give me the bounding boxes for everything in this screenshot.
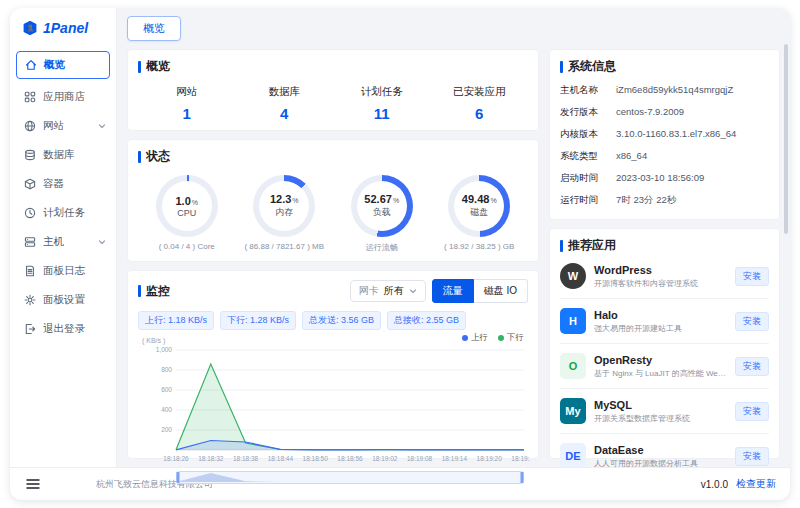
traffic-chart: 2004006008001,000( KB/s )18:18:2618:18:3…	[138, 334, 528, 468]
title-accent-bar	[138, 61, 141, 73]
version-label: v1.0.0	[701, 479, 728, 490]
logout-icon	[24, 323, 36, 335]
svg-text:18:18:38: 18:18:38	[233, 455, 259, 462]
wordpress-icon: W	[560, 263, 586, 289]
title-accent-bar	[138, 151, 141, 163]
load-donut: 52.67% 负载	[351, 175, 413, 237]
stat-websites[interactable]: 网站 1	[138, 85, 236, 122]
traffic-button[interactable]: 流量	[432, 279, 474, 303]
total-sent-badge: 总发送: 3.56 GB	[302, 311, 381, 330]
1panel-logo-icon: 1	[22, 20, 38, 36]
sidebar-item-host[interactable]: 主机	[10, 227, 116, 256]
sidebar-item-label: 计划任务	[43, 206, 85, 220]
status-title: 状态	[146, 148, 170, 165]
sysinfo-uptime: 运行时间7时 23分 22秒	[560, 189, 769, 211]
container-cube-icon	[24, 178, 36, 190]
install-openresty-button[interactable]: 安装	[735, 357, 769, 376]
cpu-donut: 1.0% CPU	[156, 175, 218, 237]
legend-up[interactable]: 上行	[462, 332, 488, 344]
traffic-chart-zone: 上行 下行 2004006008001,000( KB/s )18:18:261…	[138, 334, 528, 450]
sidebar-item-panel-logs[interactable]: 面板日志	[10, 256, 116, 285]
app-panel: 1 1Panel 概览 应用商店 网站	[10, 8, 790, 500]
sidebar-item-label: 数据库	[43, 148, 75, 162]
install-mysql-button[interactable]: 安装	[735, 402, 769, 421]
svg-text:18:18:50: 18:18:50	[303, 455, 329, 462]
collapse-sidebar-button[interactable]	[26, 478, 40, 490]
install-dataease-button[interactable]: 安装	[735, 447, 769, 466]
install-wordpress-button[interactable]: 安装	[735, 267, 769, 286]
sidebar-item-website[interactable]: 网站	[10, 111, 116, 140]
document-icon	[24, 265, 36, 277]
sidebar-item-logout[interactable]: 退出登录	[10, 314, 116, 343]
monitor-title: 监控	[146, 283, 170, 300]
sidebar-item-label: 面板日志	[43, 264, 85, 278]
svg-text:18:18:26: 18:18:26	[163, 455, 189, 462]
svg-text:600: 600	[161, 386, 172, 393]
main-content: 概览 概览 网站 1 数据库 4	[117, 8, 790, 467]
overview-stats: 网站 1 数据库 4 计划任务 11	[138, 85, 528, 122]
status-card: 状态 1.0% CPU ( 0.04 / 4 ) Core	[127, 139, 539, 262]
sysinfo-distro: 发行版本centos-7.9.2009	[560, 101, 769, 123]
gear-icon	[24, 294, 36, 306]
appstore-grid-icon	[24, 91, 36, 103]
svg-text:18:19:08: 18:19:08	[407, 455, 433, 462]
svg-text:200: 200	[161, 426, 172, 433]
svg-text:800: 800	[161, 366, 172, 373]
chevron-down-icon	[98, 238, 106, 246]
svg-text:18:19:26: 18:19:26	[511, 455, 530, 462]
stat-installed-apps[interactable]: 已安装应用 6	[431, 85, 529, 122]
chart-zoom-slider[interactable]	[176, 470, 528, 488]
check-update-link[interactable]: 检查更新	[736, 477, 776, 491]
sidebar-item-label: 主机	[43, 235, 64, 249]
home-icon	[25, 59, 37, 71]
sidebar-item-label: 网站	[43, 119, 64, 133]
system-info-title: 系统信息	[568, 58, 616, 75]
sidebar-item-database[interactable]: 数据库	[10, 140, 116, 169]
database-icon	[24, 149, 36, 161]
sidebar: 1 1Panel 概览 应用商店 网站	[10, 8, 117, 467]
stat-cronjobs[interactable]: 计划任务 11	[333, 85, 431, 122]
sidebar-item-panel-settings[interactable]: 面板设置	[10, 285, 116, 314]
sidebar-item-label: 概览	[44, 58, 65, 72]
legend-down[interactable]: 下行	[498, 332, 524, 344]
sidebar-item-label: 应用商店	[43, 90, 85, 104]
install-halo-button[interactable]: 安装	[735, 312, 769, 331]
title-accent-bar	[138, 285, 141, 297]
stat-databases[interactable]: 数据库 4	[236, 85, 334, 122]
cpu-gauge: 1.0% CPU ( 0.04 / 4 ) Core	[138, 175, 236, 253]
disk-io-button[interactable]: 磁盘 IO	[474, 279, 528, 303]
disk-gauge: 49.48% 磁盘 ( 18.92 / 38.25 ) GB	[431, 175, 529, 253]
system-info-card: 系统信息 主机名称iZm6e8d59ykk51q4smrgqjZ 发行版本cen…	[549, 49, 780, 220]
recommended-apps-card: 推荐应用 W WordPress开源博客软件和内容管理系统 安装 H Halo强…	[549, 228, 780, 459]
sidebar-item-container[interactable]: 容器	[10, 169, 116, 198]
clock-icon	[24, 207, 36, 219]
sidebar-item-label: 面板设置	[43, 293, 85, 307]
sysinfo-kernel: 内核版本3.10.0-1160.83.1.el7.x86_64	[560, 123, 769, 145]
recommended-apps-list: W WordPress开源博客软件和内容管理系统 安装 H Halo强大易用的开…	[560, 254, 769, 478]
svg-text:18:18:56: 18:18:56	[337, 455, 363, 462]
nic-select[interactable]: 网卡 所有	[350, 280, 426, 302]
vertical-scrollbar[interactable]	[784, 44, 788, 234]
sidebar-item-cronjob[interactable]: 计划任务	[10, 198, 116, 227]
tab-overview[interactable]: 概览	[127, 16, 181, 41]
overview-title: 概览	[146, 58, 170, 75]
sysinfo-arch: 系统类型x86_64	[560, 145, 769, 167]
down-rate-badge: 下行: 1.28 KB/s	[220, 311, 296, 330]
server-icon	[24, 236, 36, 248]
logo: 1 1Panel	[10, 8, 116, 48]
up-rate-badge: 上行: 1.18 KB/s	[138, 311, 214, 330]
svg-text:1,000: 1,000	[156, 346, 173, 353]
chart-legend[interactable]: 上行 下行	[462, 332, 524, 344]
sidebar-item-label: 容器	[43, 177, 64, 191]
halo-icon: H	[560, 308, 586, 334]
sidebar-item-overview[interactable]: 概览	[16, 51, 110, 79]
openresty-icon: O	[560, 353, 586, 379]
sysinfo-boot-time: 启动时间2023-03-10 18:56:09	[560, 167, 769, 189]
system-info-rows: 主机名称iZm6e8d59ykk51q4smrgqjZ 发行版本centos-7…	[560, 79, 769, 211]
sidebar-item-appstore[interactable]: 应用商店	[10, 82, 116, 111]
svg-text:( KB/s ): ( KB/s )	[142, 337, 165, 345]
load-gauge: 52.67% 负载 运行流畅	[333, 175, 431, 253]
brand-name: 1Panel	[43, 20, 88, 36]
title-accent-bar	[560, 240, 563, 252]
svg-text:18:19:20: 18:19:20	[477, 455, 503, 462]
